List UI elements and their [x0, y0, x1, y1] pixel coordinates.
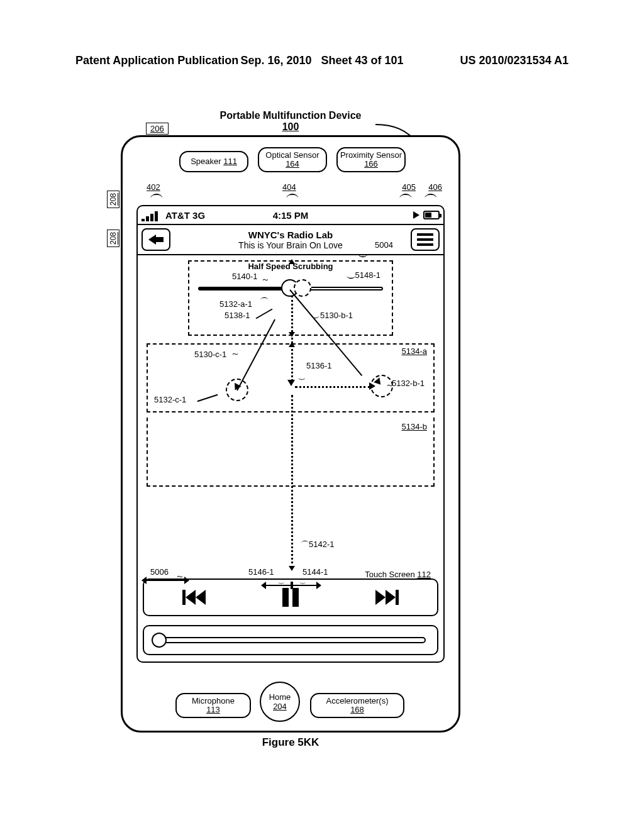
device-frame: Speaker 111 Optical Sensor164 Proximity … [121, 135, 460, 733]
callout-406: 406 [428, 182, 442, 192]
region-5134-a [147, 343, 435, 412]
v-dotted-line-long [291, 395, 293, 568]
playback-controls [143, 578, 438, 616]
callout-5138-1: 5138-1 [225, 311, 250, 320]
status-bar: AT&T 3G 4:15 PM [138, 206, 443, 225]
proximity-sensor-pill: Proximity Sensor166 [336, 147, 406, 172]
callout-5130-b-1: 5130-b-1 [320, 311, 353, 320]
title-bar: WNYC's Radio Lab This is Your Brain On L… [138, 225, 443, 255]
content-area: Half Speed Scrubbing 5148-1 ⏝ 5140-1 ～ 5… [138, 255, 443, 661]
callout-5130-c-1: 5130-c-1 [194, 350, 226, 359]
callout-5132-c-1: 5132-c-1 [154, 395, 186, 404]
callout-5134-b: 5134-b [402, 422, 427, 431]
pause-button[interactable] [282, 588, 299, 607]
next-button[interactable] [375, 590, 399, 605]
now-playing-title: WNYC's Radio Lab This is Your Brain On L… [138, 230, 443, 250]
back-arrow-icon [148, 235, 164, 245]
h-dotted-arrow [295, 386, 370, 388]
v-dotted-arrow-top [291, 296, 293, 381]
clock-label: 4:15 PM [138, 210, 443, 221]
callout-5146-1: 5146-1 [248, 567, 274, 577]
callout-5004: 5004 [375, 240, 393, 250]
doc-header: Patent Application Publication Sep. 16, … [75, 54, 569, 67]
volume-section [143, 625, 438, 655]
region-5134-b [147, 418, 435, 487]
touch-screen[interactable]: AT&T 3G 4:15 PM WNYC's Radio Lab This is… [136, 205, 445, 663]
battery-icon [423, 211, 440, 219]
patent-figure: Portable Multifunction Device 100 206 20… [121, 110, 460, 739]
volume-track[interactable] [155, 637, 426, 643]
home-button[interactable]: Home204 [260, 682, 300, 722]
callout-5136-1: 5136-1 [306, 361, 331, 370]
touch-screen-label: Touch Screen 112 [365, 570, 431, 579]
prev-button[interactable] [182, 590, 206, 605]
callout-402: 402 [147, 182, 160, 192]
callout-5142-1: ⏜5142-1 [301, 540, 334, 550]
callout-208-bottom: 208 [107, 230, 119, 247]
back-button[interactable] [142, 228, 170, 251]
callout-5132-b-1: 5132-b-1 [392, 379, 425, 388]
speaker-pill: Speaker 111 [179, 151, 248, 172]
callout-208-top: 208 [107, 191, 119, 208]
callout-404: 404 [282, 182, 296, 192]
microphone-pill: Microphone113 [175, 693, 251, 718]
doc-header-center: Sep. 16, 2010 Sheet 43 of 101 [75, 54, 569, 67]
scrub-mode-label: Half Speed Scrubbing [138, 262, 443, 271]
tracklist-button[interactable] [411, 228, 440, 251]
volume-knob[interactable] [152, 633, 167, 648]
callout-5134-a: 5134-a [402, 346, 427, 356]
scrub-knob-dashed [294, 279, 311, 297]
callout-206: 206 [146, 123, 169, 135]
callout-405: 405 [402, 182, 416, 192]
accelerometer-pill: Accelerometer(s)168 [310, 693, 404, 718]
callout-5132-a-1: 5132-a-1 [219, 299, 252, 309]
callout-5144-1: 5144-1 [303, 567, 328, 577]
optical-sensor-pill: Optical Sensor164 [258, 147, 327, 172]
callout-5140-1: 5140-1 [232, 272, 257, 281]
figure-caption: Figure 5KK [121, 736, 460, 749]
callout-5006: 5006 [150, 567, 169, 577]
callout-5148-1: 5148-1 [355, 270, 380, 280]
